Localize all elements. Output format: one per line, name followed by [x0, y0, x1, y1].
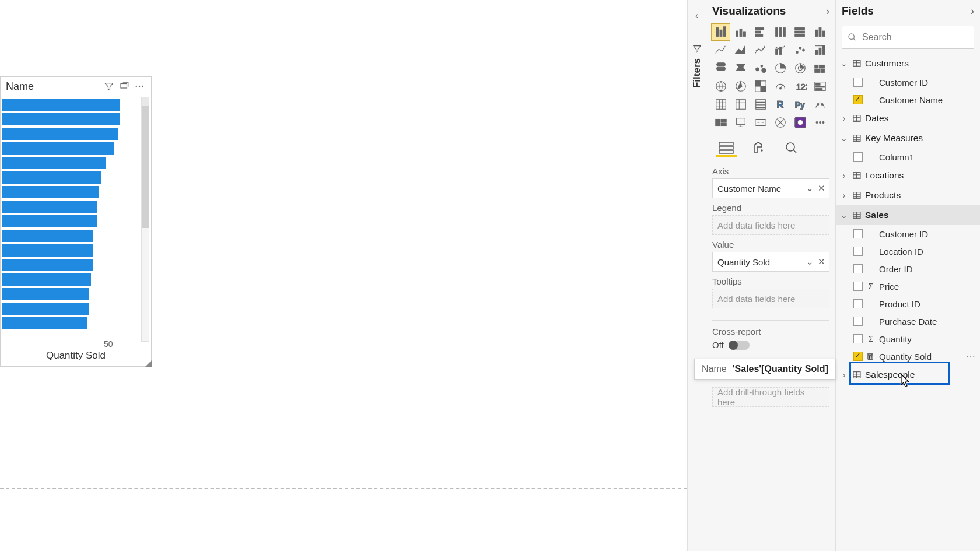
field-checkbox[interactable] [853, 264, 863, 273]
tooltips-well[interactable]: Add data fields here [712, 289, 830, 308]
bar[interactable] [2, 288, 89, 300]
viz-type-25[interactable] [731, 96, 750, 113]
more-options-icon[interactable] [132, 79, 147, 94]
remove-field-icon[interactable]: ✕ [818, 257, 825, 267]
viz-type-16[interactable] [790, 59, 810, 77]
value-well[interactable]: Quantity Sold ⌄ ✕ [712, 252, 830, 272]
viz-type-22[interactable]: 123 [790, 78, 810, 95]
bar[interactable] [2, 171, 102, 184]
viz-type-1[interactable] [731, 23, 750, 41]
bar-row[interactable] [2, 98, 141, 111]
viz-type-5[interactable] [810, 23, 830, 41]
fields-search-input[interactable] [842, 26, 974, 49]
filter-icon[interactable] [102, 79, 117, 94]
field-checkbox[interactable] [853, 334, 863, 343]
table-customers[interactable]: ⌄Customers [836, 54, 980, 73]
chevron-right-icon[interactable]: › [839, 114, 849, 123]
bar[interactable] [2, 201, 97, 213]
bar[interactable] [2, 99, 120, 111]
viz-type-33[interactable] [771, 114, 790, 131]
collapse-fields-icon[interactable]: › [971, 5, 974, 17]
expand-filters-icon[interactable]: ‹ [695, 10, 698, 21]
bar-row[interactable] [2, 215, 141, 228]
chevron-right-icon[interactable]: › [839, 370, 849, 380]
viz-type-14[interactable] [751, 59, 770, 77]
table-sales[interactable]: ⌄Sales [836, 205, 980, 225]
bar[interactable] [2, 230, 93, 242]
viz-type-4[interactable] [790, 23, 810, 41]
viz-type-27[interactable]: R [771, 96, 790, 113]
viz-type-11[interactable] [810, 41, 830, 59]
resize-handle[interactable] [144, 359, 152, 367]
viz-type-0[interactable] [711, 23, 730, 41]
bar[interactable] [2, 244, 93, 257]
field-checkbox[interactable] [853, 282, 863, 291]
table-locations[interactable]: ›Locations [836, 166, 980, 185]
bar[interactable] [2, 215, 97, 227]
bar[interactable] [2, 303, 89, 315]
field-quantity-sold[interactable]: Quantity Sold⋯ [836, 348, 980, 365]
bar[interactable] [2, 186, 99, 198]
viz-type-29[interactable] [810, 96, 830, 113]
bar-row[interactable] [2, 273, 141, 286]
chevron-down-icon[interactable]: ⌄ [806, 257, 814, 267]
scroll-up-icon[interactable] [142, 97, 149, 106]
bar-row[interactable] [2, 113, 141, 126]
field-column1[interactable]: Column1⋯ [836, 148, 980, 166]
bar-row[interactable] [2, 317, 141, 330]
bar-row[interactable] [2, 200, 141, 213]
table-products[interactable]: ›Products [836, 185, 980, 205]
viz-type-3[interactable] [771, 23, 790, 41]
field-checkbox[interactable] [853, 247, 863, 256]
field-purchase-date[interactable]: Purchase Date⋯ [836, 313, 980, 330]
field-location-id[interactable]: Location ID⋯ [836, 243, 980, 260]
bar-row[interactable] [2, 127, 141, 141]
bar[interactable] [2, 273, 91, 286]
viz-type-30[interactable] [711, 114, 730, 131]
viz-type-2[interactable] [751, 23, 770, 41]
axis-well[interactable]: Customer Name ⌄ ✕ [712, 178, 830, 198]
viz-type-24[interactable] [711, 96, 730, 113]
scroll-thumb[interactable] [142, 106, 149, 228]
viz-type-20[interactable] [751, 78, 770, 95]
field-checkbox[interactable] [853, 78, 863, 87]
field-price[interactable]: ΣPrice⋯ [836, 278, 980, 295]
field-product-id[interactable]: Product ID⋯ [836, 295, 980, 313]
chevron-right-icon[interactable]: › [839, 191, 849, 200]
viz-type-26[interactable] [751, 96, 770, 113]
field-order-id[interactable]: Order ID⋯ [836, 260, 980, 278]
bar-row[interactable] [2, 156, 141, 170]
field-checkbox[interactable] [853, 95, 863, 104]
chevron-right-icon[interactable]: › [839, 171, 849, 180]
bar-row[interactable] [2, 185, 141, 199]
bar-row[interactable] [2, 229, 141, 243]
drillthrough-well[interactable]: Add drill-through fields here [712, 387, 830, 407]
chart-scrollbar[interactable] [141, 97, 149, 342]
bar-row[interactable] [2, 302, 141, 315]
viz-type-28[interactable]: Py [790, 96, 810, 113]
bar-row[interactable] [2, 287, 141, 301]
bar[interactable] [2, 142, 114, 155]
viz-type-19[interactable] [731, 78, 750, 95]
viz-type-23[interactable] [810, 78, 830, 95]
bar-row[interactable] [2, 258, 141, 272]
viz-type-9[interactable] [771, 41, 790, 59]
viz-type-31[interactable] [731, 114, 750, 131]
viz-type-8[interactable] [751, 41, 770, 59]
field-checkbox[interactable] [853, 229, 863, 238]
report-canvas[interactable]: Name 50 Quantity Sold [0, 0, 687, 551]
viz-type-35[interactable] [810, 114, 830, 131]
bar-row[interactable] [2, 142, 141, 155]
field-checkbox[interactable] [853, 299, 863, 308]
bar-row[interactable] [2, 171, 141, 184]
legend-well[interactable]: Add data fields here [712, 215, 830, 235]
viz-type-13[interactable] [731, 59, 750, 77]
bar[interactable] [2, 157, 106, 169]
viz-type-21[interactable] [771, 78, 790, 95]
field-checkbox[interactable] [853, 352, 863, 361]
collapse-visualizations-icon[interactable]: › [826, 5, 830, 17]
field-checkbox[interactable] [853, 152, 863, 162]
viz-type-18[interactable] [711, 78, 730, 95]
cross-report-toggle[interactable] [729, 341, 750, 350]
chevron-down-icon[interactable]: ⌄ [839, 134, 849, 143]
